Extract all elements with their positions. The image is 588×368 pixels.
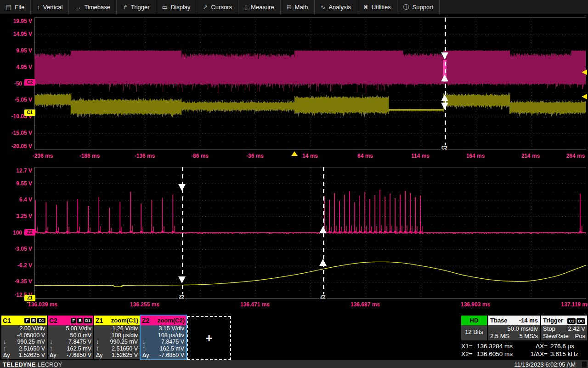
descriptor-badge-d1: D1 [37, 318, 45, 323]
descriptor-row-value: 2.00 V/div [19, 325, 45, 332]
x-axis-label: 264 ms [566, 153, 585, 159]
descriptor-c2[interactable]: C2FBD15.00 V/div50.0 mV↓7.8475 V↑162.5 m… [48, 316, 93, 359]
trigger-badge-c1: C1 [567, 318, 576, 324]
descriptor-row-value: 108 µs/div [112, 332, 138, 339]
descriptor-row-value: 2.51650 V [112, 345, 138, 352]
descriptor-row-value: -7.6850 V [67, 352, 91, 359]
cursor-arrow-icon [441, 103, 448, 109]
menu-label-timebase: Timebase [84, 4, 110, 11]
descriptor-z1[interactable]: Z1zoom(C1)1.26 V/div108 µs/div↓990.25 mV… [94, 316, 140, 359]
x-axis-label: -236 ms [33, 153, 53, 159]
x-axis-label: -136 ms [135, 153, 155, 159]
x1-label: X1= [461, 342, 477, 350]
channel-tab-c2[interactable]: C2 [24, 79, 35, 86]
descriptor-row-value: 1.52625 V [19, 352, 45, 359]
menu-trigger[interactable]: ↱Trigger [117, 0, 156, 14]
descriptor-row: -4.05000 V [1, 332, 47, 339]
timebase-label: Tbase [490, 317, 508, 324]
menu-file[interactable]: ▤File [0, 0, 31, 14]
dx-value: 276.6 µs [550, 342, 588, 350]
x-axis-label: -186 ms [79, 153, 100, 159]
cursor-readout: X1= 136.3284 ms ΔX= 276.6 µs X2= 136.605… [461, 342, 588, 358]
y-axis-label: 3.25 V [0, 213, 32, 219]
descriptor-row: 108 µs/div [94, 332, 140, 339]
descriptor-badge-b: B [31, 318, 37, 323]
oscilloscope-screen: ▤File↕Vertical↔Timebase↱Trigger▭Display↗… [0, 0, 588, 368]
descriptor-z2[interactable]: Z2zoom(C2)3.15 V/div108 µs/div↓7.8475 V↑… [141, 316, 186, 359]
trigger-time-marker[interactable] [291, 151, 298, 156]
status-bar: TELEDYNELECROY 11/13/2023 6:02:05 AM [0, 360, 588, 368]
channel-tab-z2[interactable]: Z2 [24, 229, 35, 236]
x-axis-label: -86 ms [191, 153, 209, 159]
menu-measure[interactable]: ▯Measure [238, 0, 281, 14]
y-axis-label: -15.05 V [0, 130, 32, 136]
x-axis-label: 137.119 ms [561, 301, 588, 308]
descriptor-row-prefix: Δy [96, 352, 103, 359]
trigger-label: Trigger [543, 317, 563, 324]
descriptor-row: Δy-7.6850 V [141, 352, 186, 359]
menu-support[interactable]: ⓘSupport [397, 0, 440, 14]
descriptor-row-value: 990.25 mV [17, 339, 45, 345]
y-axis-label: -9.35 V [0, 278, 32, 285]
descriptor-row-value: 1.52625 V [112, 352, 138, 359]
descriptor-badge-d1: D1 [84, 318, 92, 323]
descriptor-row-value: 2.51650 V [19, 345, 45, 352]
descriptor-id: Z2 [142, 317, 149, 324]
utilities-icon: ✖ [363, 4, 368, 10]
trigger-mode: Stop [543, 325, 555, 333]
menu-analysis[interactable]: ∿Analysis [315, 0, 357, 14]
hd-panel[interactable]: HD 12 Bits [461, 316, 487, 340]
cursors-icon: ↗ [203, 4, 208, 10]
hd-label: HD [470, 317, 479, 324]
waveform-display-zoom[interactable] [34, 167, 586, 299]
y-axis-label: -5.05 V [0, 97, 32, 103]
measure-icon: ▯ [244, 4, 248, 10]
menu-label-utilities: Utilities [372, 4, 391, 11]
hd-bits: 12 Bits [465, 328, 483, 335]
descriptor-row-prefix: ↑ [142, 345, 145, 352]
x2-value: 136.6050 ms [477, 350, 526, 358]
descriptor-row: 1.26 V/div [94, 325, 140, 332]
trigger-panel[interactable]: Trigger C1DC Stop 2.42 V SlewRate Pos [541, 316, 587, 340]
descriptor-row: ↓990.25 mV [94, 339, 140, 345]
descriptor-row-prefix: Δy [142, 352, 149, 359]
descriptor-source: zoom(C2) [158, 317, 185, 324]
descriptor-row-prefix: Δy [50, 352, 57, 359]
cursor-label-z2-1: Z2 [178, 294, 186, 300]
descriptor-badge-f: F [24, 318, 30, 323]
y-axis-label: 6.4 V [0, 196, 32, 203]
x-axis-label: 164 ms [466, 153, 485, 159]
x1-value: 136.3284 ms [477, 342, 526, 350]
display-icon: ▭ [162, 4, 168, 10]
descriptor-row-prefix: ↓ [50, 339, 52, 345]
descriptor-row-prefix: ↑ [96, 345, 99, 352]
menu-timebase[interactable]: ↔Timebase [69, 0, 117, 14]
trigger-level-arrow-icon[interactable] [582, 94, 587, 99]
trigger-level-arrow-icon[interactable] [582, 69, 587, 75]
menu-bar: ▤File↕Vertical↔Timebase↱Trigger▭Display↗… [0, 0, 588, 14]
timebase-offset: -14 ms [519, 317, 538, 324]
channel-tab-c1[interactable]: C1 [24, 109, 35, 116]
math-icon: ⊞ [287, 4, 292, 10]
descriptor-c1[interactable]: C1FBD12.00 V/div-4.05000 V↓990.25 mV↑2.5… [1, 316, 47, 359]
descriptor-row-value: 162.5 mV [159, 345, 184, 352]
vertical-icon: ↕ [37, 4, 40, 10]
menu-math[interactable]: ⊞Math [281, 0, 315, 14]
timebase-panel[interactable]: Tbase -14 ms 50.0 ms/div 2.5 MS 5 MS/s [488, 316, 540, 340]
add-trace-button[interactable]: + [187, 316, 231, 360]
descriptor-row: 108 µs/div [141, 332, 186, 339]
cursor-arrow-icon [441, 94, 448, 101]
menu-cursors[interactable]: ↗Cursors [197, 0, 238, 14]
cursor-main-c2[interactable] [445, 17, 446, 146]
plus-icon: + [205, 331, 212, 345]
menu-utilities[interactable]: ✖Utilities [357, 0, 397, 14]
descriptor-row: ↑162.5 mV [141, 345, 186, 352]
descriptor-row: 3.15 V/div [141, 325, 186, 332]
waveform-display-main[interactable] [34, 17, 586, 150]
cursor-arrow-icon [319, 226, 327, 233]
descriptor-badge-f: F [71, 318, 76, 323]
menu-display[interactable]: ▭Display [156, 0, 197, 14]
menu-vertical[interactable]: ↕Vertical [31, 0, 69, 14]
y-axis-label: 19.95 V [0, 18, 32, 24]
y-axis-label: 14.95 V [0, 31, 32, 37]
